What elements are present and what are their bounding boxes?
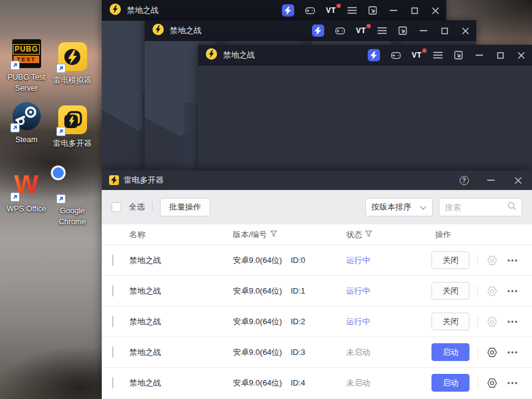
icon-label: Google Chrome xyxy=(48,206,96,228)
more-options-icon[interactable] xyxy=(506,254,519,267)
batch-operations-button[interactable]: 批量操作 xyxy=(160,198,210,216)
emulator-screen xyxy=(198,66,532,170)
emulator-titlebar[interactable]: 禁地之战 VT xyxy=(145,20,476,41)
manager-titlebar[interactable]: 雷电多开器 ? xyxy=(102,170,532,190)
action-button[interactable]: 启动 xyxy=(431,343,469,361)
more-options-icon[interactable] xyxy=(506,346,519,359)
vt-label: VT xyxy=(356,26,366,35)
instance-status: 运行中 xyxy=(346,316,430,327)
instance-status: 运行中 xyxy=(346,286,430,297)
row-checkbox[interactable] xyxy=(112,254,113,266)
shortcut-arrow-icon xyxy=(56,64,66,73)
boost-icon[interactable] xyxy=(312,25,324,37)
desktop-icon-google-chrome[interactable]: Google Chrome xyxy=(48,173,96,228)
action-divider xyxy=(477,347,478,358)
maximize-button[interactable] xyxy=(439,26,449,36)
action-divider xyxy=(477,316,478,327)
notification-dot xyxy=(367,24,371,28)
desktop-icon-ldplayer[interactable]: 雷电模拟器 xyxy=(48,42,96,86)
action-button[interactable]: 启动 xyxy=(431,374,469,392)
table-row: 禁地之战 安卓9.0(64位)ID:1 运行中 关闭 xyxy=(102,276,532,306)
desktop-icon-wps-office[interactable]: W WPS Office xyxy=(2,171,50,215)
emu-window-title: 禁地之战 xyxy=(127,5,159,16)
menu-icon[interactable] xyxy=(377,26,387,36)
minimize-button[interactable] xyxy=(485,175,496,186)
instance-version: 安卓9.0(64位)ID:4 xyxy=(233,378,346,389)
more-options-icon[interactable] xyxy=(506,377,519,389)
sort-dropdown[interactable]: 按版本排序 xyxy=(365,198,433,216)
shortcut-arrow-icon xyxy=(10,61,20,70)
boost-icon[interactable] xyxy=(368,49,380,61)
boost-icon[interactable] xyxy=(282,4,294,17)
emulator-titlebar[interactable]: 禁地之战 VT xyxy=(102,0,446,21)
close-button[interactable] xyxy=(460,26,470,36)
instance-version: 安卓9.0(64位)ID:2 xyxy=(233,316,346,327)
close-button[interactable] xyxy=(512,175,523,186)
instance-name: 禁地之战 xyxy=(129,255,233,266)
resize-corner-icon[interactable] xyxy=(454,50,463,60)
minimize-button[interactable] xyxy=(419,26,428,36)
vt-button[interactable]: VT xyxy=(356,26,366,35)
desktop-icon-pubg-test-server[interactable]: PUBG TEST PUBG Test Server xyxy=(2,39,50,94)
multi-instance-manager-window: 雷电多开器 ? 全选 批量操作 按版本排序 xyxy=(102,170,532,399)
action-divider xyxy=(477,378,478,389)
gamepad-icon[interactable] xyxy=(391,50,401,60)
icon-label: PUBG Test Server xyxy=(2,72,50,94)
settings-gear-icon[interactable] xyxy=(486,285,498,297)
instance-status: 未启动 xyxy=(346,347,430,358)
search-icon xyxy=(507,202,516,213)
shortcut-arrow-icon xyxy=(10,123,20,132)
desktop-icon-ld-multi-opener[interactable]: 雷电多开器 xyxy=(48,105,96,150)
notification-dot xyxy=(422,48,427,53)
search-input[interactable] xyxy=(445,203,507,212)
more-options-icon[interactable] xyxy=(506,316,519,328)
maximize-button[interactable] xyxy=(409,6,419,15)
action-button[interactable]: 关闭 xyxy=(431,313,469,330)
vt-label: VT xyxy=(412,51,422,59)
action-divider xyxy=(477,255,478,266)
help-button[interactable]: ? xyxy=(458,175,469,186)
close-button[interactable] xyxy=(516,50,526,60)
desktop-icon-steam[interactable]: Steam xyxy=(2,102,50,146)
row-checkbox[interactable] xyxy=(112,346,113,358)
gamepad-icon[interactable] xyxy=(305,6,315,15)
shortcut-arrow-icon xyxy=(56,194,66,203)
row-checkbox[interactable] xyxy=(112,377,113,389)
filter-icon[interactable] xyxy=(270,230,277,239)
settings-gear-icon[interactable] xyxy=(486,254,498,267)
settings-gear-icon[interactable] xyxy=(486,346,498,359)
vt-button[interactable]: VT xyxy=(326,6,336,15)
settings-gear-icon[interactable] xyxy=(486,316,498,328)
shortcut-arrow-icon xyxy=(10,192,20,202)
manager-app-icon xyxy=(109,175,119,185)
select-all-checkbox[interactable] xyxy=(112,202,121,212)
manager-window-title: 雷电多开器 xyxy=(124,175,164,186)
row-checkbox[interactable] xyxy=(112,285,113,297)
action-button[interactable]: 关闭 xyxy=(431,282,469,300)
more-options-icon[interactable] xyxy=(506,285,519,297)
emulator-titlebar[interactable]: 禁地之战 VT xyxy=(198,45,532,66)
filter-icon[interactable] xyxy=(365,230,372,239)
resize-corner-icon[interactable] xyxy=(398,26,408,36)
resize-corner-icon[interactable] xyxy=(368,6,378,15)
search-box xyxy=(439,198,522,216)
instance-name: 禁地之战 xyxy=(129,316,233,327)
vt-button[interactable]: VT xyxy=(412,51,422,59)
menu-icon[interactable] xyxy=(347,6,357,15)
menu-icon[interactable] xyxy=(433,50,443,60)
maximize-button[interactable] xyxy=(495,50,505,60)
action-button[interactable]: 关闭 xyxy=(431,251,469,269)
instance-version: 安卓9.0(64位)ID:1 xyxy=(233,286,346,297)
desktop: PUBG TEST PUBG Test Server 雷电模拟器 xyxy=(0,0,532,399)
ldplayer-logo-icon xyxy=(205,48,218,63)
gamepad-icon[interactable] xyxy=(335,26,345,36)
instance-status: 未启动 xyxy=(346,378,430,389)
row-checkbox[interactable] xyxy=(112,316,113,327)
icon-label: WPS Office xyxy=(7,204,46,215)
header-version: 版本/编号 xyxy=(233,229,346,240)
minimize-button[interactable] xyxy=(474,50,484,60)
icon-label: Steam xyxy=(15,135,37,146)
minimize-button[interactable] xyxy=(389,6,398,15)
settings-gear-icon[interactable] xyxy=(486,377,498,389)
close-button[interactable] xyxy=(430,6,440,15)
